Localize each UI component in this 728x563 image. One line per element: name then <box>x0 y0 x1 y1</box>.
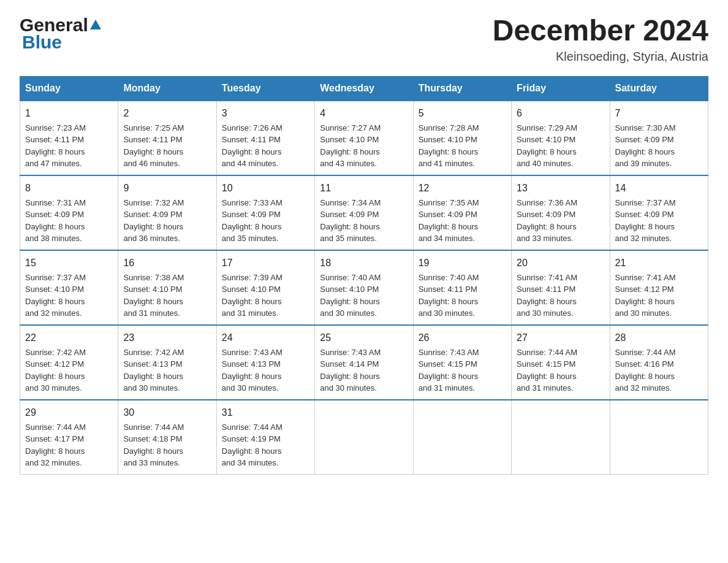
header-thursday: Thursday <box>413 76 511 101</box>
table-row <box>512 400 610 475</box>
table-row: 28Sunrise: 7:44 AMSunset: 4:16 PMDayligh… <box>610 325 708 400</box>
table-row: 22Sunrise: 7:42 AMSunset: 4:12 PMDayligh… <box>20 325 118 400</box>
day-number: 18 <box>320 256 408 270</box>
day-number: 16 <box>123 256 211 270</box>
day-info: Sunrise: 7:31 AMSunset: 4:09 PMDaylight:… <box>25 197 113 245</box>
title-area: December 2024 Kleinsoeding, Styria, Aust… <box>493 15 708 64</box>
header-saturday: Saturday <box>610 76 708 101</box>
day-info: Sunrise: 7:23 AMSunset: 4:11 PMDaylight:… <box>25 122 113 170</box>
svg-marker-0 <box>90 20 101 29</box>
day-number: 19 <box>419 256 506 270</box>
table-row: 14Sunrise: 7:37 AMSunset: 4:09 PMDayligh… <box>610 175 708 250</box>
day-number: 25 <box>320 331 408 345</box>
day-info: Sunrise: 7:26 AMSunset: 4:11 PMDaylight:… <box>222 122 309 170</box>
header-monday: Monday <box>118 76 216 101</box>
logo-area: General Blue <box>20 15 103 53</box>
day-number: 9 <box>123 181 211 196</box>
header-sunday: Sunday <box>20 76 118 101</box>
table-row: 31Sunrise: 7:44 AMSunset: 4:19 PMDayligh… <box>216 400 314 475</box>
day-info: Sunrise: 7:38 AMSunset: 4:10 PMDaylight:… <box>123 272 211 320</box>
table-row: 29Sunrise: 7:44 AMSunset: 4:17 PMDayligh… <box>20 400 118 475</box>
day-info: Sunrise: 7:40 AMSunset: 4:10 PMDaylight:… <box>320 272 408 320</box>
table-row: 17Sunrise: 7:39 AMSunset: 4:10 PMDayligh… <box>216 250 314 325</box>
day-info: Sunrise: 7:44 AMSunset: 4:17 PMDaylight:… <box>25 421 113 469</box>
table-row: 2Sunrise: 7:25 AMSunset: 4:11 PMDaylight… <box>118 101 216 175</box>
day-number: 2 <box>123 106 211 121</box>
day-info: Sunrise: 7:41 AMSunset: 4:11 PMDaylight:… <box>517 272 604 320</box>
day-info: Sunrise: 7:36 AMSunset: 4:09 PMDaylight:… <box>517 197 604 245</box>
table-row: 13Sunrise: 7:36 AMSunset: 4:09 PMDayligh… <box>512 175 610 250</box>
day-info: Sunrise: 7:43 AMSunset: 4:14 PMDaylight:… <box>320 347 408 394</box>
table-row: 25Sunrise: 7:43 AMSunset: 4:14 PMDayligh… <box>315 325 413 400</box>
calendar-week-row: 29Sunrise: 7:44 AMSunset: 4:17 PMDayligh… <box>20 400 708 475</box>
table-row: 18Sunrise: 7:40 AMSunset: 4:10 PMDayligh… <box>315 250 413 325</box>
header-wednesday: Wednesday <box>315 76 413 101</box>
day-info: Sunrise: 7:30 AMSunset: 4:09 PMDaylight:… <box>615 122 703 170</box>
day-number: 28 <box>615 331 703 345</box>
day-number: 10 <box>222 181 309 196</box>
day-info: Sunrise: 7:37 AMSunset: 4:10 PMDaylight:… <box>25 272 113 320</box>
table-row: 23Sunrise: 7:42 AMSunset: 4:13 PMDayligh… <box>118 325 216 400</box>
table-row: 4Sunrise: 7:27 AMSunset: 4:10 PMDaylight… <box>315 101 413 175</box>
logo-icon <box>89 18 102 32</box>
day-number: 1 <box>25 106 113 121</box>
page-header: General Blue December 2024 Kleinsoeding,… <box>20 15 708 64</box>
table-row: 15Sunrise: 7:37 AMSunset: 4:10 PMDayligh… <box>20 250 118 325</box>
day-number: 8 <box>25 181 113 196</box>
calendar-week-row: 15Sunrise: 7:37 AMSunset: 4:10 PMDayligh… <box>20 250 708 325</box>
day-number: 27 <box>517 331 604 345</box>
day-number: 7 <box>615 106 703 121</box>
table-row: 26Sunrise: 7:43 AMSunset: 4:15 PMDayligh… <box>413 325 511 400</box>
table-row: 8Sunrise: 7:31 AMSunset: 4:09 PMDaylight… <box>20 175 118 250</box>
day-number: 13 <box>517 181 604 196</box>
day-info: Sunrise: 7:44 AMSunset: 4:16 PMDaylight:… <box>615 347 703 394</box>
day-number: 24 <box>222 331 309 345</box>
calendar-week-row: 22Sunrise: 7:42 AMSunset: 4:12 PMDayligh… <box>20 325 708 400</box>
day-number: 30 <box>123 405 211 420</box>
header-tuesday: Tuesday <box>216 76 314 101</box>
calendar-table: Sunday Monday Tuesday Wednesday Thursday… <box>20 76 708 475</box>
day-info: Sunrise: 7:44 AMSunset: 4:18 PMDaylight:… <box>123 421 211 469</box>
day-info: Sunrise: 7:44 AMSunset: 4:15 PMDaylight:… <box>517 347 604 394</box>
table-row <box>413 400 511 475</box>
day-info: Sunrise: 7:25 AMSunset: 4:11 PMDaylight:… <box>123 122 211 170</box>
location-subtitle: Kleinsoeding, Styria, Austria <box>493 50 708 64</box>
day-info: Sunrise: 7:27 AMSunset: 4:10 PMDaylight:… <box>320 122 408 170</box>
day-info: Sunrise: 7:32 AMSunset: 4:09 PMDaylight:… <box>123 197 211 245</box>
table-row: 3Sunrise: 7:26 AMSunset: 4:11 PMDaylight… <box>216 101 314 175</box>
table-row: 19Sunrise: 7:40 AMSunset: 4:11 PMDayligh… <box>413 250 511 325</box>
day-number: 20 <box>517 256 604 270</box>
table-row: 10Sunrise: 7:33 AMSunset: 4:09 PMDayligh… <box>216 175 314 250</box>
day-number: 4 <box>320 106 408 121</box>
day-info: Sunrise: 7:44 AMSunset: 4:19 PMDaylight:… <box>222 421 309 469</box>
day-info: Sunrise: 7:28 AMSunset: 4:10 PMDaylight:… <box>419 122 506 170</box>
day-number: 3 <box>222 106 309 121</box>
table-row: 30Sunrise: 7:44 AMSunset: 4:18 PMDayligh… <box>118 400 216 475</box>
day-info: Sunrise: 7:40 AMSunset: 4:11 PMDaylight:… <box>419 272 506 320</box>
day-number: 17 <box>222 256 309 270</box>
day-number: 6 <box>517 106 604 121</box>
calendar-header-row: Sunday Monday Tuesday Wednesday Thursday… <box>20 76 708 101</box>
day-number: 11 <box>320 181 408 196</box>
day-info: Sunrise: 7:43 AMSunset: 4:15 PMDaylight:… <box>419 347 506 394</box>
day-number: 14 <box>615 181 703 196</box>
day-number: 5 <box>419 106 506 121</box>
table-row: 21Sunrise: 7:41 AMSunset: 4:12 PMDayligh… <box>610 250 708 325</box>
table-row: 27Sunrise: 7:44 AMSunset: 4:15 PMDayligh… <box>512 325 610 400</box>
day-number: 29 <box>25 405 113 420</box>
day-number: 26 <box>419 331 506 345</box>
table-row: 11Sunrise: 7:34 AMSunset: 4:09 PMDayligh… <box>315 175 413 250</box>
table-row <box>315 400 413 475</box>
table-row: 12Sunrise: 7:35 AMSunset: 4:09 PMDayligh… <box>413 175 511 250</box>
day-info: Sunrise: 7:41 AMSunset: 4:12 PMDaylight:… <box>615 272 703 320</box>
day-number: 31 <box>222 405 309 420</box>
day-info: Sunrise: 7:34 AMSunset: 4:09 PMDaylight:… <box>320 197 408 245</box>
month-year-title: December 2024 <box>493 15 708 47</box>
day-info: Sunrise: 7:39 AMSunset: 4:10 PMDaylight:… <box>222 272 309 320</box>
day-info: Sunrise: 7:37 AMSunset: 4:09 PMDaylight:… <box>615 197 703 245</box>
day-info: Sunrise: 7:43 AMSunset: 4:13 PMDaylight:… <box>222 347 309 394</box>
logo-blue-text: Blue <box>22 32 103 53</box>
day-info: Sunrise: 7:29 AMSunset: 4:10 PMDaylight:… <box>517 122 604 170</box>
table-row: 24Sunrise: 7:43 AMSunset: 4:13 PMDayligh… <box>216 325 314 400</box>
day-number: 22 <box>25 331 113 345</box>
